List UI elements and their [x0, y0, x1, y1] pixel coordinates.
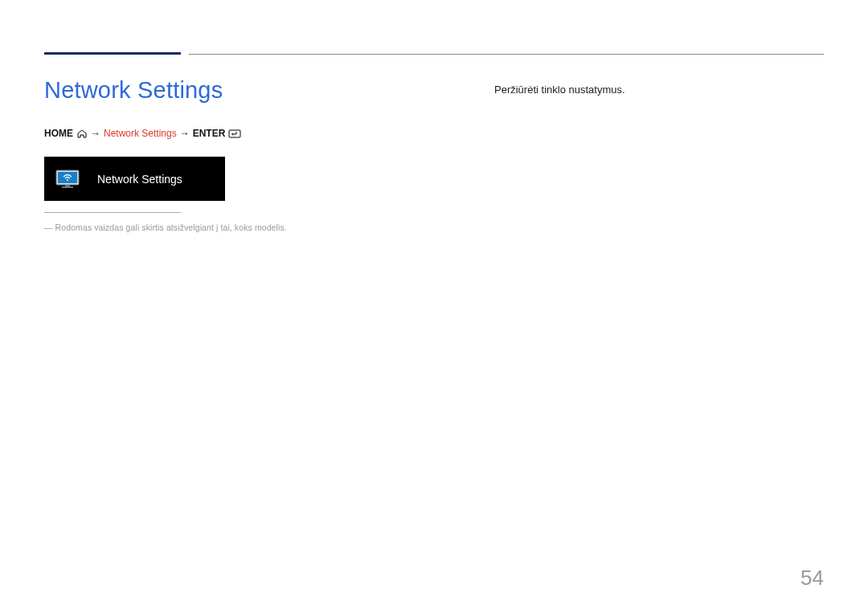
footnote-text: ― Rodomas vaizdas gali skirtis atsižvelg… [44, 223, 358, 232]
breadcrumb-current: Network Settings [104, 128, 177, 139]
svg-rect-4 [62, 186, 73, 188]
home-icon [76, 129, 88, 138]
monitor-wifi-icon [55, 169, 80, 190]
tile-label: Network Settings [97, 173, 182, 186]
svg-rect-3 [65, 185, 70, 186]
enter-icon [228, 129, 241, 138]
right-column: Peržiūrėti tinklo nustatymus. [494, 77, 625, 232]
breadcrumb-arrow-2: → [180, 128, 190, 139]
main-content: Network Settings HOME → Network Settings… [44, 77, 824, 232]
svg-point-5 [67, 179, 68, 181]
breadcrumb-arrow-1: → [91, 128, 100, 139]
network-settings-tile[interactable]: Network Settings [44, 157, 225, 201]
page-number: 54 [800, 566, 824, 591]
page-title: Network Settings [44, 77, 358, 104]
long-header-rule [189, 54, 824, 55]
left-column: Network Settings HOME → Network Settings… [44, 77, 358, 232]
footnote-rule [44, 212, 181, 213]
breadcrumb-enter: ENTER [193, 128, 226, 139]
header-rules [44, 52, 824, 55]
breadcrumb-home: HOME [44, 128, 73, 139]
breadcrumb: HOME → Network Settings → ENTER [44, 128, 358, 139]
description-text: Peržiūrėti tinklo nustatymus. [494, 84, 625, 96]
short-header-rule [44, 52, 181, 55]
